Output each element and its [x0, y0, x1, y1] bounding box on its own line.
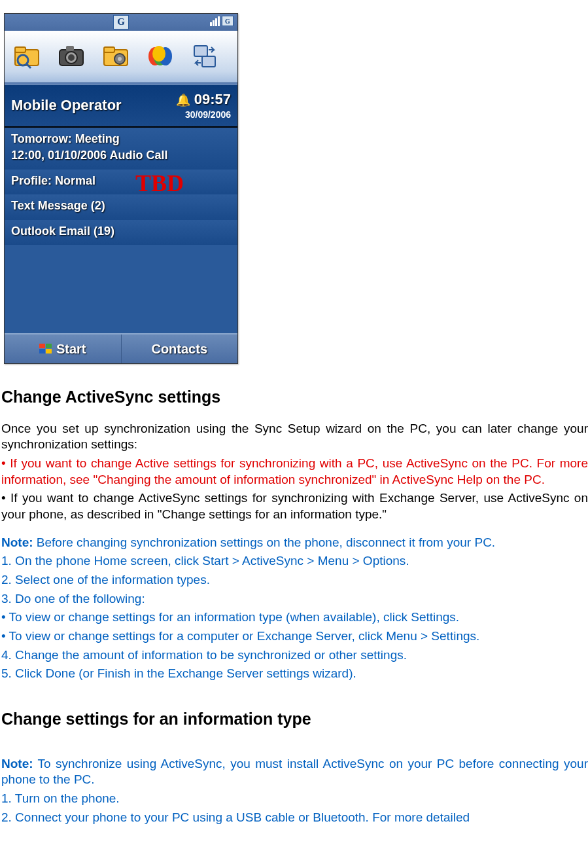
intro-text: Once you set up synchronization using th…	[1, 421, 588, 453]
svg-point-15	[152, 46, 165, 62]
sync-icon[interactable]	[182, 41, 227, 72]
svg-rect-19	[46, 344, 52, 348]
tbd-overlay: TBD	[135, 168, 184, 199]
svg-rect-20	[39, 349, 45, 353]
file-explorer-icon[interactable]	[5, 41, 49, 72]
step-1: 1. On the phone Home screen, click Start…	[1, 553, 588, 570]
step-3a: • To view or change settings for an info…	[1, 609, 588, 626]
softkey-bar: Start Contacts	[5, 333, 237, 363]
msn-icon[interactable]	[138, 41, 182, 72]
operator-label: Mobile Operator	[11, 96, 122, 115]
note-2-text: To synchronize using ActiveSync, you mus…	[1, 757, 588, 787]
step-5: 5. Click Done (or Finish in the Exchange…	[1, 666, 588, 682]
section-heading-2: Change settings for an information type	[1, 708, 588, 730]
profile-label: Profile: Normal	[11, 174, 95, 187]
s2-step-1: 1. Turn on the phone.	[1, 791, 588, 807]
note-1: Note: Before changing synchronization se…	[1, 535, 588, 551]
profile-item[interactable]: Profile: Normal TBD	[5, 170, 237, 194]
svg-rect-1	[15, 47, 26, 52]
section-1-body: Once you set up synchronization using th…	[1, 421, 588, 683]
s2-step-2: 2. Connect your phone to your PC using a…	[1, 810, 588, 826]
note-label: Note:	[1, 535, 33, 549]
gprs-small-icon: G	[222, 16, 233, 26]
calendar-detail: 12:00, 01/10/2006 Audio Call	[11, 148, 231, 163]
svg-rect-18	[39, 344, 45, 348]
note-text: Before changing synchronization settings…	[33, 535, 496, 549]
signal-icon: G	[210, 16, 233, 26]
text-message-item[interactable]: Text Message (2)	[5, 194, 237, 219]
contacts-button[interactable]: Contacts	[122, 335, 238, 363]
step-2: 2. Select one of the information types.	[1, 572, 588, 588]
calendar-item[interactable]: Tomorrow: Meeting 12:00, 01/10/2006 Audi…	[5, 128, 237, 170]
section-heading-1: Change ActiveSync settings	[1, 386, 588, 408]
svg-rect-16	[194, 46, 207, 56]
outlook-item[interactable]: Outlook Email (19)	[5, 220, 237, 245]
note-2-label: Note:	[1, 757, 33, 770]
outlook-label: Outlook Email (19)	[11, 225, 114, 238]
step-4: 4. Change the amount of information to b…	[1, 647, 588, 664]
camera-icon[interactable]	[49, 41, 94, 72]
text-message-label: Text Message (2)	[11, 199, 105, 212]
section-2-body: Note: To synchronize using ActiveSync, y…	[1, 756, 588, 826]
settings-folder-icon[interactable]	[94, 41, 138, 72]
windows-flag-icon	[39, 344, 52, 354]
svg-rect-21	[46, 349, 52, 353]
contacts-label: Contacts	[151, 340, 207, 357]
start-label: Start	[56, 340, 86, 357]
bullet-1: • If you want to change Active settings …	[1, 456, 588, 488]
svg-point-11	[118, 57, 122, 61]
step-3b: • To view or change settings for a compu…	[1, 628, 588, 645]
date-label: 30/09/2006	[176, 109, 231, 120]
app-toolbar	[5, 31, 237, 83]
bell-icon: 🔔	[176, 94, 190, 107]
svg-rect-17	[202, 56, 215, 67]
gprs-icon: G	[113, 15, 129, 29]
phone-screenshot: G G Mobile Operator	[4, 13, 238, 364]
svg-rect-9	[104, 47, 114, 52]
start-button[interactable]: Start	[5, 335, 122, 363]
header-bar: Mobile Operator 🔔09:57 30/09/2006	[5, 83, 237, 128]
svg-rect-5	[66, 46, 74, 51]
step-3: 3. Do one of the following:	[1, 591, 588, 607]
status-bar: G G	[5, 14, 237, 31]
bullet-2: • If you want to change ActiveSync setti…	[1, 490, 588, 522]
calendar-title: Tomorrow: Meeting	[11, 132, 231, 147]
note-2: Note: To synchronize using ActiveSync, y…	[1, 756, 588, 788]
time-label: 09:57	[194, 91, 231, 107]
svg-point-7	[68, 54, 75, 61]
